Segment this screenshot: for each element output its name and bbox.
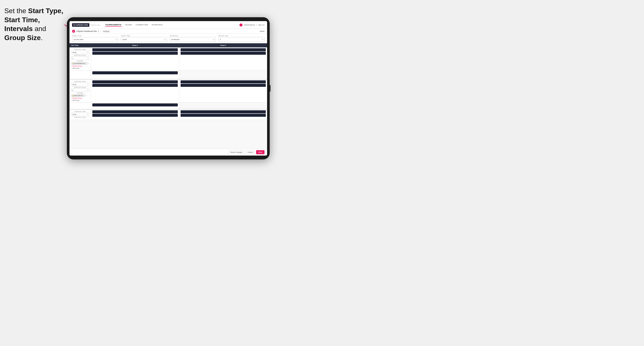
start-type-select[interactable]: 1st Tee Start ▾ [72,37,118,42]
slot-edit-icon[interactable]: ○ [176,104,177,106]
add-group-btn-1[interactable]: + Add Group [71,67,79,69]
slot-x-icon[interactable]: × [262,115,264,116]
tee-col-3: STARTING TIME: 10:20 ◷ STARTING HOLE: [70,109,91,120]
slot-edit-icon[interactable]: ○ [176,53,177,54]
breadcrumb-left: C Clipped Invitational (Ma...) › Hosting [72,30,110,33]
starting-hole-input-1[interactable]: 1 ▾ [71,56,89,60]
slot-edit-icon[interactable]: ○ [264,111,265,113]
starting-time-input-1[interactable]: 10:00 ◷ [71,51,89,54]
tee-col-1b [70,70,91,79]
group-size-control: Group Size 3 ▾ [218,35,264,42]
add-label-2: Add Group [72,100,79,101]
slot-edit-icon[interactable]: ○ [264,115,265,116]
slot-edit-icon[interactable]: ○ [176,111,177,113]
tournament-name[interactable]: Clipped Invitational (Ma...) [76,30,99,32]
instruction-text: Set the Start Type,Start Time,Intervals … [4,6,67,42]
remove-icon-1: ○ [71,65,72,67]
remove-icon-2: ○ [71,97,72,99]
starting-time-input-2[interactable]: 10:10 ◷ [71,83,89,86]
sign-out-link[interactable]: Sign out [258,24,264,26]
th-team1: Team 1 [91,43,179,47]
slot-actions: × ○ [262,53,265,54]
action-links-1: ○ Remove Group [71,65,89,67]
remove-group-btn-2[interactable]: ○ Remove Group [71,97,82,99]
starting-time-label-2: STARTING TIME: [71,81,89,82]
player-slot: × ○ [92,80,178,83]
start-time-select[interactable]: 10:00 ◷ [121,37,167,42]
slot-x-icon[interactable]: × [174,85,175,86]
bold-start-type: Start Type, [28,7,63,15]
course-remove-icon-2[interactable]: × [83,95,84,96]
nav-tournaments[interactable]: TOURNAMENTS [105,23,122,27]
slot-actions: × ○ [174,81,177,83]
starting-hole-input-2[interactable]: 1 ▾ [71,89,89,92]
course-label-2: COURSE: [71,92,89,94]
slot-x-icon[interactable]: × [262,81,264,83]
add-group-btn-2[interactable]: + Add Group [71,100,79,101]
teams-col-1: × ○ × ○ [91,47,267,70]
slot-edit-icon[interactable]: ○ [176,72,177,74]
team1-cell-3: × ○ × ○ [91,109,179,120]
cancel-button[interactable]: Cancel [246,150,255,154]
nav-committee[interactable]: COMMITTEE [136,23,148,27]
start-type-control: Start Type 1st Tee Start ▾ [72,35,118,42]
action-links-2: ○ Remove Group [71,97,89,99]
starting-time-value-3: 10:20 [72,114,76,116]
th-team2: Team 2 [179,43,267,47]
slot-x-icon[interactable]: × [174,111,175,113]
slot-x-icon[interactable]: × [174,53,175,54]
slot-x-icon[interactable]: × [174,104,175,106]
intervals-select[interactable]: 10 Minutes ▾ [170,37,216,42]
slot-edit-icon[interactable]: ○ [264,81,265,83]
breadcrumb-separator: › [100,30,101,32]
teams-col-2b: × ○ [91,103,267,109]
tablet-device: SCOREBOARD Powered by clipp... TOURNAMEN… [67,17,270,160]
slot-edit-icon[interactable]: ○ [264,85,265,86]
logo-sub: Powered by clipp... [90,24,101,26]
nav-teams[interactable]: TEAMS [125,23,132,27]
slot-edit-icon[interactable]: ○ [264,49,265,51]
slot-edit-icon[interactable]: ○ [176,85,177,86]
th-tee-time: Tee Time [70,43,91,47]
course-remove-icon-1[interactable]: × [86,63,86,64]
slot-edit-icon[interactable]: ○ [176,115,177,116]
group-size-select[interactable]: 3 ▾ [218,37,264,42]
reset-changes-button[interactable]: Reset Changes [228,150,244,154]
back-button[interactable]: ‹ Back [259,30,264,32]
starting-hole-label-3: STARTING HOLE: [71,117,89,118]
tee-col-2: STARTING TIME: 10:10 ◷ STARTING HOLE: 1 … [70,79,91,102]
player-slot: × ○ [92,114,178,117]
starting-time-input-3[interactable]: 10:20 ◷ [71,113,89,116]
course-dropdown-icon-2: ▾ [86,95,86,97]
slot-edit-icon[interactable]: ○ [176,81,177,83]
save-button[interactable]: Save [256,150,264,154]
group-size-value: 3 [220,38,221,40]
remove-group-btn-1[interactable]: ○ Remove Group [71,65,82,67]
slot-x-icon[interactable]: × [174,49,175,51]
player-slot: × ○ [92,110,178,113]
team1-cell-1b: × ○ [91,70,179,79]
teams-col-3: × ○ × ○ [91,109,267,120]
breadcrumb-bar: C Clipped Invitational (Ma...) › Hosting… [70,29,267,34]
teams-col-1b: × ○ [91,70,267,79]
slot-edit-icon[interactable]: ○ [264,53,265,54]
slot-actions: × ○ [262,85,265,86]
slot-x-icon[interactable]: × [174,72,175,74]
player-slot: × ○ [180,52,266,55]
slot-actions: × ○ [262,115,265,116]
slot-x-icon[interactable]: × [174,81,175,83]
clipp-icon: C [72,30,75,33]
team2-cell-1b [179,70,267,79]
nav-rankings[interactable]: RANKINGS [152,23,163,27]
starting-time-value-1: 10:00 [72,51,76,53]
table-body: STARTING TIME: 10:00 ◷ STARTING HOLE: 1 … [70,47,267,149]
teams-col-2: × ○ × ○ [91,79,267,102]
slot-x-icon[interactable]: × [262,53,264,54]
slot-x-icon[interactable]: × [262,111,264,113]
team2-cell-3: × ○ × ○ [179,109,267,120]
slot-x-icon[interactable]: × [262,49,264,51]
slot-x-icon[interactable]: × [262,85,264,86]
slot-x-icon[interactable]: × [174,115,175,116]
slot-edit-icon[interactable]: ○ [176,49,177,51]
slot-actions: × ○ [174,53,177,54]
